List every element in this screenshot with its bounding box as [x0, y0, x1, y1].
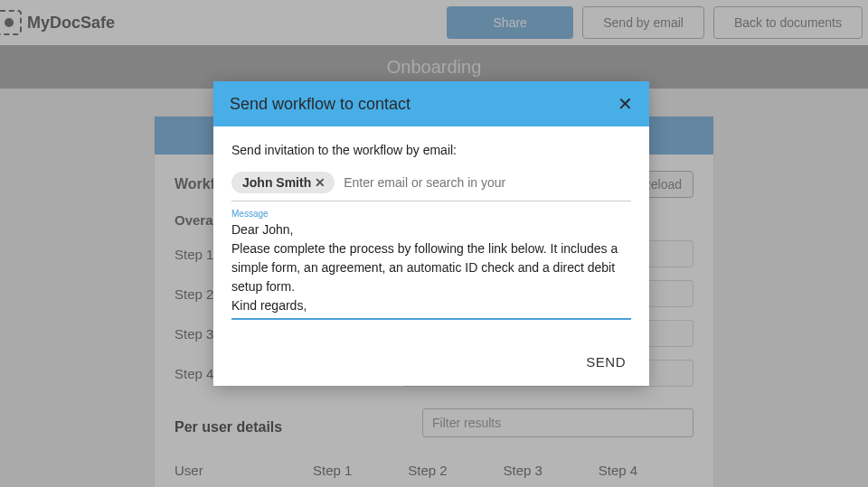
chip-label: John Smith: [242, 175, 311, 190]
close-icon[interactable]: ✕: [618, 93, 633, 115]
chip-remove-icon[interactable]: ✕: [313, 175, 327, 190]
recipient-row: John Smith ✕: [231, 172, 631, 201]
recipient-chip: John Smith ✕: [231, 172, 335, 193]
modal-header: Send workflow to contact ✕: [213, 81, 649, 126]
modal-instruction: Send invitation to the workflow by email…: [231, 143, 631, 157]
send-workflow-modal: Send workflow to contact ✕ Send invitati…: [213, 81, 649, 386]
recipient-input[interactable]: [344, 175, 631, 190]
message-label: Message: [231, 209, 631, 219]
send-button[interactable]: SEND: [586, 354, 626, 370]
modal-title: Send workflow to contact: [230, 95, 410, 114]
message-textarea[interactable]: [231, 220, 631, 320]
